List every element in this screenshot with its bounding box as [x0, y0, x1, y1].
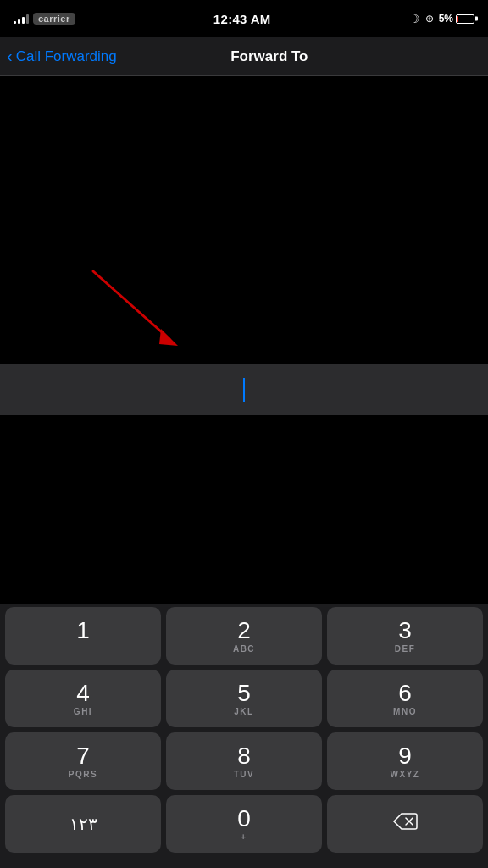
keypad-row-1: 1 2 ABC 3 DEF [5, 607, 483, 665]
key-0[interactable]: 0 + [166, 795, 322, 853]
key-1[interactable]: 1 [5, 607, 161, 665]
text-cursor [243, 378, 245, 402]
key-9-number: 9 [398, 744, 412, 768]
key-1-letters [81, 644, 85, 654]
battery-icon [456, 14, 474, 24]
back-label: Call Forwarding [16, 48, 117, 65]
status-right: ☽ ⊕ 5% [409, 12, 474, 25]
key-5[interactable]: 5 JKL [166, 670, 322, 727]
battery-fill [458, 16, 458, 22]
key-4-number: 4 [76, 682, 90, 705]
key-2-letters: ABC [233, 644, 255, 654]
phone-input-area[interactable] [0, 364, 488, 415]
key-5-number: 5 [237, 682, 251, 705]
key-5-letters: JKL [234, 707, 253, 716]
key-3-letters: DEF [395, 644, 416, 654]
battery-container: 5% [439, 13, 474, 25]
delete-icon [391, 812, 419, 836]
svg-line-0 [93, 271, 169, 339]
page-title: Forward To [117, 48, 422, 65]
key-6-letters: MNO [393, 707, 417, 716]
key-4[interactable]: 4 GHI [5, 670, 161, 727]
carrier-name: carrier [33, 13, 75, 25]
key-8[interactable]: 8 TUV [166, 732, 322, 790]
moon-icon: ☽ [409, 12, 420, 25]
key-1-number: 1 [76, 619, 90, 643]
key-special-chars[interactable]: ١٢٣ [5, 795, 161, 853]
location-icon: ⊕ [425, 13, 434, 25]
key-7-number: 7 [76, 744, 90, 768]
key-7[interactable]: 7 PQRS [5, 732, 161, 790]
key-8-letters: TUV [234, 770, 255, 779]
status-bar: carrier 12:43 AM ☽ ⊕ 5% [0, 0, 488, 37]
key-8-number: 8 [237, 744, 251, 768]
keypad: 1 2 ABC 3 DEF 4 GHI 5 JKL 6 MNO 7 PQRS [0, 604, 488, 868]
chevron-left-icon: ‹ [7, 47, 13, 64]
key-9-letters: WXYZ [391, 770, 420, 779]
key-6[interactable]: 6 MNO [327, 670, 483, 727]
key-0-plus: + [241, 832, 247, 842]
annotation-arrow [0, 76, 488, 364]
key-0-number: 0 [237, 807, 251, 831]
keypad-row-3: 7 PQRS 8 TUV 9 WXYZ [5, 732, 483, 790]
key-3[interactable]: 3 DEF [327, 607, 483, 665]
back-button[interactable]: ‹ Call Forwarding [7, 48, 117, 65]
key-2[interactable]: 2 ABC [166, 607, 322, 665]
keypad-row-2: 4 GHI 5 JKL 6 MNO [5, 670, 483, 727]
red-arrow-svg [68, 254, 203, 356]
signal-bars-icon [14, 14, 29, 24]
status-left: carrier [14, 13, 75, 25]
key-delete[interactable] [327, 795, 483, 853]
nav-bar: ‹ Call Forwarding Forward To [0, 37, 488, 76]
key-7-letters: PQRS [69, 770, 97, 779]
key-6-number: 6 [398, 682, 412, 705]
keypad-row-4: ١٢٣ 0 + [5, 795, 483, 853]
key-3-number: 3 [398, 619, 412, 643]
key-9[interactable]: 9 WXYZ [327, 732, 483, 790]
key-2-number: 2 [237, 619, 251, 643]
status-time: 12:43 AM [214, 12, 271, 26]
key-4-letters: GHI [74, 707, 92, 716]
svg-marker-1 [159, 329, 178, 346]
battery-percent: 5% [439, 13, 453, 25]
key-special-label: ١٢٣ [69, 815, 97, 832]
